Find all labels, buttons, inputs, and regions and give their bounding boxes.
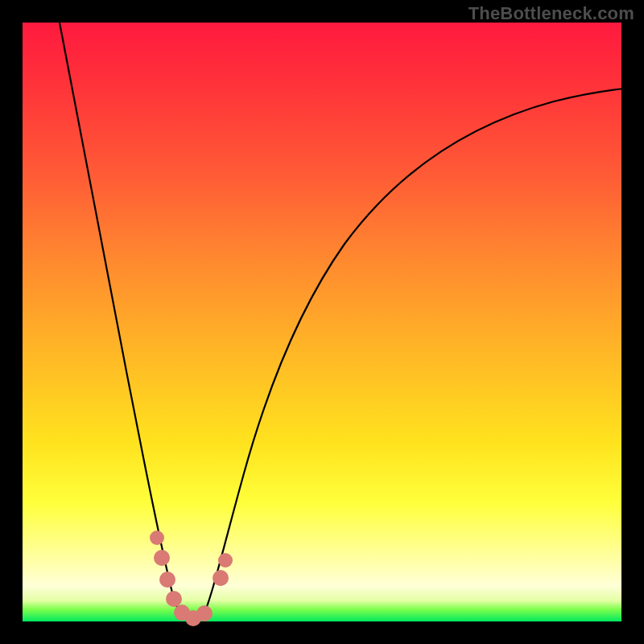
marker-dot — [218, 553, 233, 568]
chart-frame: TheBottleneck.com — [0, 0, 644, 644]
marker-dot — [159, 572, 175, 588]
marker-dot — [166, 591, 182, 607]
marker-dot — [150, 530, 164, 545]
curve-left — [59, 19, 184, 617]
curve-layer — [23, 23, 621, 621]
curve-right — [203, 89, 625, 617]
plot-area — [23, 23, 621, 621]
marker-dot — [154, 550, 170, 566]
watermark-text: TheBottleneck.com — [469, 3, 634, 24]
marker-dot — [196, 605, 213, 621]
marker-dot — [213, 570, 229, 586]
